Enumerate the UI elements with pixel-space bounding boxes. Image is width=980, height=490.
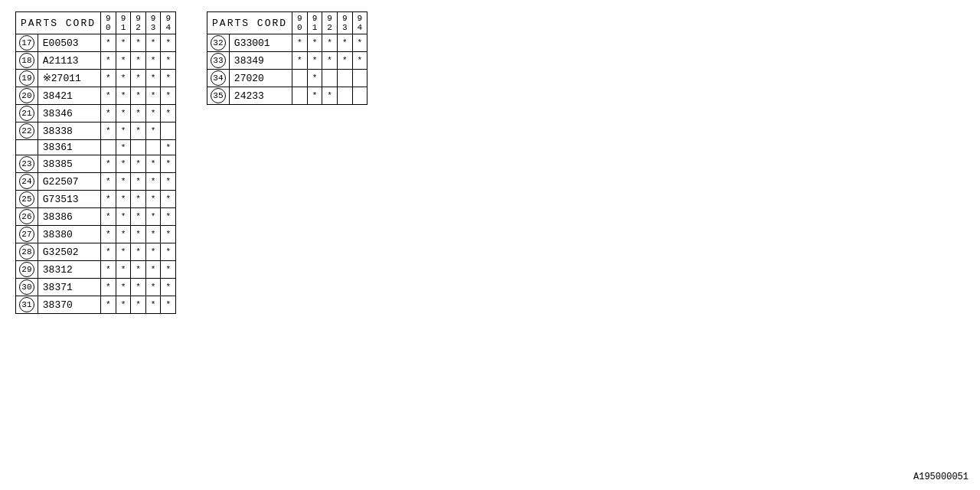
year-cell: *	[101, 70, 116, 87]
table-row: 18A21113*****	[16, 52, 176, 70]
year-cell: *	[116, 155, 131, 173]
row-number: 29	[16, 261, 38, 279]
year-cell: *	[101, 155, 116, 173]
row-number: 32	[207, 34, 230, 52]
row-number: 24	[16, 173, 38, 191]
year-cell	[322, 70, 338, 87]
row-number: 23	[16, 155, 38, 173]
part-code: 38421	[38, 87, 100, 105]
year-cell: *	[116, 70, 131, 87]
parts-table-2: PARTS CORD 90 91 92 93 94 32G33001*****3…	[207, 11, 368, 105]
year-cell: *	[116, 261, 131, 279]
year-cell: *	[145, 155, 161, 173]
year-cell: *	[116, 173, 131, 191]
parts-table-1: PARTS CORD 90 91 92 93 94 17E00503*****1…	[15, 11, 176, 314]
year-cell: *	[116, 87, 131, 105]
year-cell: *	[131, 105, 146, 122]
circled-number: 34	[211, 70, 226, 86]
table-row: 28G32502*****	[16, 243, 176, 261]
year-cell: *	[131, 173, 146, 191]
year-cell: *	[145, 122, 161, 140]
year-cell: *	[131, 208, 146, 226]
year-cell	[101, 140, 116, 155]
part-code: E00503	[38, 34, 100, 52]
year-cell: *	[161, 243, 176, 261]
row-number: 20	[16, 87, 38, 105]
circled-number: 29	[19, 262, 34, 277]
year-cell: *	[131, 296, 146, 314]
year-cell: *	[116, 105, 131, 122]
row-number: 18	[16, 52, 38, 70]
row-number: 31	[16, 296, 38, 314]
circled-number: 26	[19, 209, 34, 224]
year-cell: *	[116, 191, 131, 208]
table2-year-93: 93	[337, 12, 352, 34]
year-cell: *	[131, 243, 146, 261]
year-cell: *	[161, 279, 176, 296]
circled-number: 28	[19, 244, 34, 260]
year-cell: *	[337, 52, 352, 70]
year-cell: *	[101, 261, 116, 279]
table1-year-93: 93	[145, 12, 161, 34]
table-row: 2138346*****	[16, 105, 176, 122]
row-number: 26	[16, 208, 38, 226]
part-code: 38338	[38, 122, 100, 140]
year-cell: *	[101, 87, 116, 105]
circled-number: 19	[19, 70, 34, 86]
year-cell: *	[292, 52, 308, 70]
table2-year-94: 94	[352, 12, 368, 34]
year-cell: *	[322, 34, 338, 52]
year-cell: *	[101, 296, 116, 314]
year-cell: *	[145, 208, 161, 226]
table-row: 3038371*****	[16, 279, 176, 296]
year-cell: *	[131, 191, 146, 208]
year-cell	[145, 140, 161, 155]
table-row: 3427020*	[207, 70, 368, 87]
year-cell: *	[352, 34, 368, 52]
year-cell: *	[322, 52, 338, 70]
part-code: 38386	[38, 208, 100, 226]
year-cell: *	[145, 296, 161, 314]
year-cell: *	[101, 105, 116, 122]
year-cell: *	[116, 122, 131, 140]
row-number: 22	[16, 122, 38, 140]
circled-number: 25	[19, 191, 34, 207]
row-number: 27	[16, 226, 38, 243]
row-number	[16, 140, 38, 155]
table-row: 2238338****	[16, 122, 176, 140]
part-code: G33001	[229, 34, 292, 52]
footnote: A195000051	[913, 472, 969, 482]
year-cell	[337, 87, 352, 105]
year-cell: *	[116, 52, 131, 70]
part-code: 38361	[38, 140, 100, 155]
year-cell: *	[131, 70, 146, 87]
year-cell: *	[145, 226, 161, 243]
year-cell: *	[116, 226, 131, 243]
table1-header: PARTS CORD	[16, 12, 101, 34]
circled-number: 22	[19, 123, 34, 139]
year-cell: *	[131, 279, 146, 296]
year-cell: *	[161, 261, 176, 279]
circled-number: 32	[211, 35, 226, 51]
table-row: 24G22507*****	[16, 173, 176, 191]
row-number: 17	[16, 34, 38, 52]
page-container: PARTS CORD 90 91 92 93 94 17E00503*****1…	[0, 0, 980, 490]
part-code: G32502	[38, 243, 100, 261]
year-cell: *	[161, 173, 176, 191]
table-row: 3524233**	[207, 87, 368, 105]
year-cell: *	[352, 52, 368, 70]
table-row: 2338385*****	[16, 155, 176, 173]
table-row: 2938312*****	[16, 261, 176, 279]
row-number: 25	[16, 191, 38, 208]
table-row: 38361**	[16, 140, 176, 155]
tables-wrapper: PARTS CORD 90 91 92 93 94 17E00503*****1…	[15, 11, 965, 314]
year-cell: *	[161, 226, 176, 243]
year-cell: *	[161, 70, 176, 87]
year-cell: *	[145, 173, 161, 191]
part-code: 38385	[38, 155, 100, 173]
row-number: 21	[16, 105, 38, 122]
year-cell: *	[101, 173, 116, 191]
part-code: 24233	[229, 87, 292, 105]
part-code: G73513	[38, 191, 100, 208]
year-cell	[131, 140, 146, 155]
